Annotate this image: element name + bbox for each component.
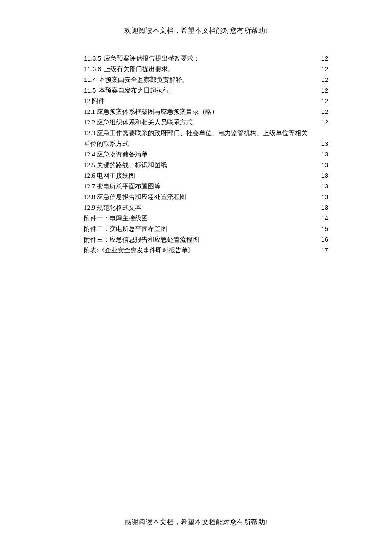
- toc-title-cont: 单位的联系方式: [84, 139, 129, 149]
- toc-entry: 12.6 电网主接线图13: [84, 171, 328, 181]
- toc-number: 11.3.5: [84, 55, 103, 62]
- toc-page-number: 13: [320, 160, 328, 171]
- toc-number: 12.8: [84, 194, 97, 200]
- toc-page-number: 17: [320, 245, 328, 256]
- toc-page-number: 12: [320, 96, 328, 107]
- toc-title-text: 应急预案评估报告提出整改要求；: [104, 55, 200, 62]
- toc-title-text: 附件一：电网主接线图: [84, 215, 148, 222]
- toc-entry: 附件三：应急信息报告和应急处置流程图16: [84, 234, 328, 245]
- toc-number: 12.3: [84, 130, 97, 136]
- toc-title-text: 应急物资储备清单: [97, 151, 148, 158]
- document-footer: 感谢阅读本文档，希望本文档能对您有所帮助!: [0, 518, 392, 527]
- toc-entry: 12.5 关键的路线、标识和图纸13: [84, 160, 328, 171]
- toc-number: 11.3.6: [84, 66, 103, 72]
- toc-number: 12: [84, 98, 92, 104]
- toc-page-number: 13: [320, 139, 328, 149]
- toc-entry: 12.4 应急物资储备清单13: [84, 149, 328, 160]
- toc-container: 11.3.5 应急预案评估报告提出整改要求；1211.3.6 上级有关部门提出要…: [0, 35, 392, 256]
- toc-page-number: 12: [320, 53, 328, 64]
- toc-title-text: 变电所总平面布置图等: [97, 183, 161, 190]
- toc-number: 11.5: [84, 87, 98, 94]
- toc-page-number: 15: [320, 224, 328, 234]
- toc-title-text: 附件三：应急信息报告和应急处置流程图: [84, 236, 199, 243]
- toc-title-text: 本预案由安全监察部负责解释。: [99, 76, 188, 83]
- toc-entry: 12 附件12: [84, 96, 328, 107]
- toc-title-text: 应急信息报告和应急处置流程图: [97, 194, 186, 200]
- toc-title-text: 上级有关部门提出要求。: [104, 66, 174, 72]
- toc-page-number: 13: [320, 171, 328, 181]
- toc-title-text: 本预案自发布之日起执行。: [99, 87, 176, 94]
- toc-number: 12.4: [84, 151, 97, 158]
- toc-entry: 11.4 本预案由安全监察部负责解释。12: [84, 75, 328, 85]
- toc-page-number: 12: [320, 85, 328, 96]
- toc-title-text: 应急预案体系框架图与应急预案目录（略）: [97, 108, 218, 115]
- toc-page-number: 12: [320, 75, 328, 85]
- toc-entry: 附件一：电网主接线图14: [84, 213, 328, 224]
- toc-page-number: 13: [320, 149, 328, 160]
- toc-title-text: 附件二：变电所总平面布置图: [84, 225, 167, 232]
- toc-page-number: 12: [320, 64, 328, 75]
- toc-entry: 附表:《企业安全突发事件即时报告单》17: [84, 245, 328, 256]
- toc-entry: 12.8 应急信息报告和应急处置流程图13: [84, 192, 328, 202]
- toc-page-number: 13: [320, 192, 328, 202]
- toc-number: 11.4: [84, 76, 98, 83]
- toc-title-text: 附件: [92, 98, 105, 104]
- toc-title-text: 应急组织体系和相关人员联系方式: [97, 119, 193, 126]
- toc-title-text: 关键的路线、标识和图纸: [97, 162, 167, 168]
- toc-page-number: 12: [320, 107, 328, 117]
- toc-entry: 12.1 应急预案体系框架图与应急预案目录（略）12: [84, 107, 328, 117]
- toc-entry: 11.5 本预案自发布之日起执行。12: [84, 85, 328, 96]
- toc-number: 12.7: [84, 183, 97, 190]
- toc-number: 12.9: [84, 204, 97, 211]
- toc-entry: 12.7 变电所总平面布置图等13: [84, 181, 328, 192]
- toc-entry: 12.2 应急组织体系和相关人员联系方式12: [84, 117, 328, 128]
- toc-number: 12.6: [84, 172, 97, 179]
- toc-entry: 12.3 应急工作需要联系的政府部门、社会单位、电力监管机构、上级单位等相关单位…: [84, 128, 328, 149]
- toc-title-text: 附表:《企业安全突发事件即时报告单》: [84, 247, 194, 254]
- toc-entry: 11.3.5 应急预案评估报告提出整改要求；12: [84, 53, 328, 64]
- toc-entry: 11.3.6 上级有关部门提出要求。12: [84, 64, 328, 75]
- toc-number: 12.2: [84, 119, 97, 126]
- toc-page-number: 13: [320, 181, 328, 192]
- toc-page-number: 16: [320, 234, 328, 245]
- toc-page-number: 12: [320, 117, 328, 128]
- document-header: 欢迎阅读本文档，希望本文档能对您有所帮助!: [0, 0, 392, 35]
- toc-title-text: 规范化格式文本: [97, 204, 141, 211]
- toc-number: 12.1: [84, 108, 97, 115]
- toc-number: 12.5: [84, 162, 97, 168]
- toc-page-number: 13: [320, 202, 328, 213]
- toc-entry: 附件二：变电所总平面布置图15: [84, 224, 328, 234]
- toc-entry: 12.9 规范化格式文本13: [84, 202, 328, 213]
- toc-title-text: 电网主接线图: [97, 172, 135, 179]
- toc-page-number: 14: [320, 213, 328, 224]
- toc-title: 应急工作需要联系的政府部门、社会单位、电力监管机构、上级单位等相关: [97, 130, 308, 136]
